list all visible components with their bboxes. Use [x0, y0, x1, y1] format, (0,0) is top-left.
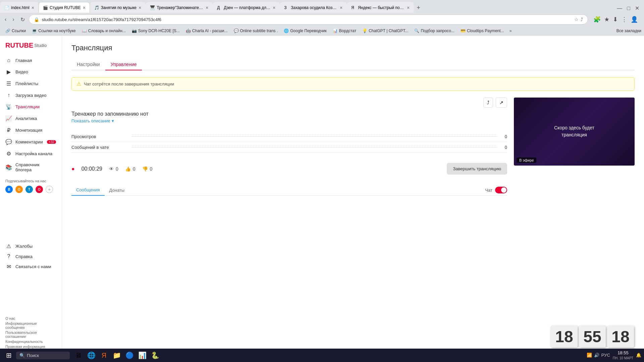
- sidebar-label-channel-settings: Настройка канала: [15, 151, 52, 156]
- taskbar-app-excel[interactable]: 📊: [136, 349, 148, 361]
- sidebar-item-playlists[interactable]: ☰ Плейлисты: [0, 78, 62, 89]
- bookmark-1[interactable]: 🔗 Ссылки: [3, 28, 29, 34]
- browser-tab-4[interactable]: 🎹 Тренажер"Запоминатель нот ×: [146, 2, 213, 13]
- sidebar-item-video[interactable]: ▶ Видео: [0, 66, 62, 78]
- sidebar-item-channel-settings[interactable]: ⚙ Настройка канала: [0, 148, 62, 160]
- taskbar-app-chrome[interactable]: 🔵: [123, 349, 136, 361]
- refresh-button[interactable]: ↻: [18, 15, 27, 24]
- bookmarks-more[interactable]: »: [507, 28, 514, 34]
- back-button[interactable]: ‹: [3, 15, 8, 24]
- sidebar-label-guide: Справочник блогера: [15, 162, 56, 172]
- footer-legal[interactable]: Правовая информация: [5, 345, 56, 349]
- taskbar-app-yandex[interactable]: Я: [98, 349, 110, 361]
- close-window-button[interactable]: ✕: [633, 4, 641, 13]
- comments-badge: +32: [47, 140, 56, 144]
- start-button[interactable]: ⊞: [3, 349, 15, 361]
- star-icon[interactable]: ☆: [574, 17, 579, 22]
- footer-privacy[interactable]: Конфиденциальность: [5, 340, 56, 344]
- browser-tab-3[interactable]: 🎵 Занятия по музыке ×: [90, 2, 146, 13]
- bookmark-3[interactable]: 📖 Словарь и онлайн...: [79, 28, 128, 34]
- address-bar[interactable]: 🔒 studio.rutube.ru/stream/a1f615720ac790…: [29, 14, 588, 24]
- taskbar-app-files[interactable]: 📁: [111, 349, 123, 361]
- tab-donates[interactable]: Донаты: [105, 185, 129, 195]
- browser-tab-7[interactable]: Я Яндекс — быстрый поиск в ... ×: [347, 2, 414, 13]
- tab-management[interactable]: Управление: [105, 59, 142, 70]
- show-description-link[interactable]: Показать описание ▾: [71, 118, 507, 123]
- sidebar-item-monetization[interactable]: ₽ Монетизация: [0, 124, 62, 136]
- alert-icon: ⚠: [76, 81, 81, 87]
- bookmark-icon[interactable]: ★: [604, 16, 609, 23]
- browser-tab-5[interactable]: Д Дзен — платформа для прос... ×: [213, 2, 280, 13]
- sidebar-label-streams: Трансляции: [15, 104, 40, 109]
- bookmark-icon-8: 📊: [333, 28, 338, 33]
- social-ok[interactable]: О: [15, 186, 23, 193]
- browser-tab-1[interactable]: 📄 index.html ×: [0, 2, 39, 13]
- stats-row: Просмотров 0 Сообщений в чате 0: [71, 131, 507, 153]
- taskbar-notification[interactable]: 🔔: [636, 353, 641, 358]
- chat-toggle-switch[interactable]: [495, 187, 507, 193]
- social-add-button[interactable]: +: [46, 186, 53, 193]
- bookmark-7[interactable]: 🌐 Google Переводчик: [281, 28, 329, 34]
- bookmark-9[interactable]: 💡 ChatGPT | ChatGPT...: [360, 28, 411, 34]
- sidebar-label-upload: Загрузка видео: [15, 93, 46, 98]
- taskbar-app-monitor[interactable]: 🖥: [72, 349, 85, 361]
- external-stream-button[interactable]: ↗: [496, 98, 507, 108]
- tab-settings[interactable]: Настройки: [71, 59, 105, 70]
- logo-studio: Studio: [34, 43, 47, 48]
- tab-favicon-3: 🎵: [94, 5, 99, 10]
- tab-close-7[interactable]: ×: [407, 5, 410, 10]
- taskbar-search[interactable]: 🔍 Поиск: [16, 352, 70, 359]
- tab-close-6[interactable]: ×: [340, 5, 342, 10]
- tab-close-1[interactable]: ×: [32, 5, 34, 10]
- bookmark-6[interactable]: 💬 Online subtitle trans .: [231, 28, 281, 34]
- tab-close-3[interactable]: ×: [139, 5, 141, 10]
- extensions-icon[interactable]: 🧩: [593, 16, 601, 23]
- minimize-button[interactable]: —: [615, 4, 624, 13]
- sidebar-item-comments[interactable]: 💬 Комментарии +32: [0, 136, 62, 148]
- sidebar-item-upload[interactable]: ↑ Загрузка видео: [0, 89, 62, 101]
- download-icon[interactable]: ⬇: [613, 16, 618, 23]
- maximize-button[interactable]: □: [625, 4, 632, 13]
- sidebar-item-help[interactable]: ? Справка: [5, 251, 56, 261]
- bookmark-10[interactable]: 🔍 Подбор запросо...: [412, 28, 457, 34]
- lock-icon: 🔒: [34, 17, 39, 22]
- bookmark-8[interactable]: 📊 Вордстат: [330, 28, 359, 34]
- profile-icon[interactable]: 👤: [631, 16, 638, 23]
- tab-messages[interactable]: Сообщения: [71, 185, 105, 196]
- taskbar-app-edge[interactable]: 🌐: [85, 349, 97, 361]
- bookmark-11[interactable]: 💳 Cloudtips Payment...: [458, 28, 507, 34]
- forward-button[interactable]: ›: [10, 15, 16, 24]
- sidebar-item-streams[interactable]: 📡 Трансляции: [0, 101, 62, 113]
- settings-icon[interactable]: ⋮: [621, 16, 627, 23]
- stream-header-actions: ⤴ ↗: [71, 98, 507, 108]
- footer-info[interactable]: Информационные сообщения: [5, 321, 56, 329]
- browser-tab-2[interactable]: 🎬 Студия RUTUBE ×: [39, 2, 90, 13]
- bookmark-2[interactable]: 💻 Ссылки на ноутбуке: [29, 28, 78, 34]
- browser-tab-6[interactable]: З Захарова осудила Козырева ×: [280, 2, 347, 13]
- new-tab-button[interactable]: +: [414, 3, 423, 13]
- stat-views-label: Просмотров: [71, 134, 132, 139]
- sidebar-item-analytics[interactable]: 📈 Аналитика: [0, 113, 62, 124]
- tab-close-2[interactable]: ×: [83, 5, 86, 10]
- share-stream-button[interactable]: ⤴: [483, 98, 493, 108]
- bookmarks-end[interactable]: Все закладки: [616, 28, 641, 33]
- share-icon[interactable]: ⤴: [581, 17, 583, 22]
- social-vk[interactable]: В: [5, 186, 13, 193]
- bookmark-4[interactable]: 📷 Sony DCR-HC20E [S...: [129, 28, 182, 34]
- sidebar-item-home[interactable]: ⌂ Главная: [0, 55, 62, 66]
- tab-close-5[interactable]: ×: [273, 5, 275, 10]
- sidebar-item-contact[interactable]: ✉ Связаться с нами: [5, 261, 56, 272]
- taskbar-app-python[interactable]: 🐍: [149, 349, 161, 361]
- bookmark-5[interactable]: 🤖 Charla AI - расши...: [183, 28, 230, 34]
- playlist-icon: ☰: [5, 80, 12, 87]
- social-telegram[interactable]: T: [25, 186, 33, 193]
- tab-close-4[interactable]: ×: [206, 5, 208, 10]
- sidebar-item-complaints[interactable]: ⚠ Жалобы: [5, 241, 56, 251]
- social-rutube[interactable]: О: [36, 186, 43, 193]
- footer-about[interactable]: О нас: [5, 316, 56, 320]
- footer-agreement[interactable]: Пользовательское соглашение: [5, 330, 56, 339]
- end-stream-button[interactable]: Завершить трансляцию: [447, 163, 507, 175]
- bookmark-icon-7: 🌐: [284, 28, 289, 33]
- sidebar-item-blogger-guide[interactable]: 📚 Справочник блогера: [0, 160, 62, 175]
- video-text-line2: трансляция: [561, 132, 587, 137]
